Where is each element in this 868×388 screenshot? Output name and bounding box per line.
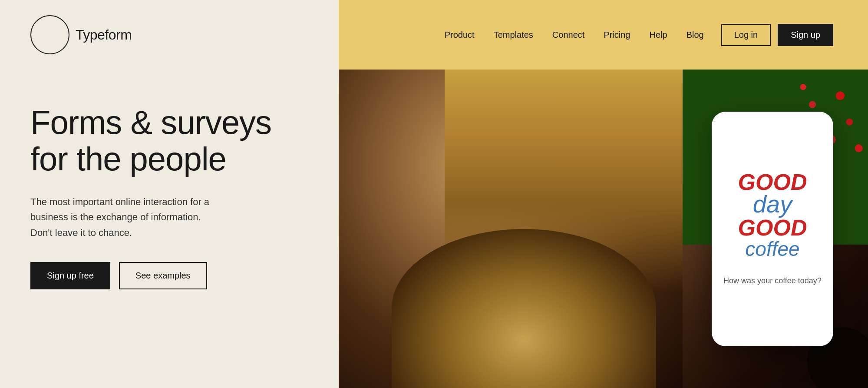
header-right: Product Templates Connect Pricing Help B… bbox=[339, 0, 868, 70]
phone-mockup: GOOD day GOOD coffee How was your coffee… bbox=[712, 112, 833, 346]
coffee-area bbox=[392, 229, 657, 388]
phone-good2: GOOD bbox=[738, 216, 807, 239]
login-button[interactable]: Log in bbox=[721, 24, 771, 46]
logo-circle bbox=[30, 15, 69, 54]
signup-free-button[interactable]: Sign up free bbox=[30, 262, 110, 289]
hero-title-line1: Forms & surveys bbox=[30, 104, 271, 141]
phone-good1: GOOD bbox=[738, 172, 807, 192]
see-examples-button[interactable]: See examples bbox=[119, 262, 207, 289]
main: Forms & surveys for the people The most … bbox=[0, 70, 868, 388]
nav: Product Templates Connect Pricing Help B… bbox=[445, 30, 704, 40]
hero-subtitle: The most important online interaction fo… bbox=[30, 194, 213, 240]
hero-image-panel: GOOD day GOOD coffee How was your coffee… bbox=[339, 70, 868, 388]
header-left: Typeform bbox=[0, 0, 339, 70]
nav-help[interactable]: Help bbox=[649, 30, 667, 40]
nav-templates[interactable]: Templates bbox=[494, 30, 533, 40]
signup-button[interactable]: Sign up bbox=[778, 24, 833, 46]
phone-day: day bbox=[738, 192, 807, 216]
hero-title-line2: for the people bbox=[30, 140, 226, 177]
nav-pricing[interactable]: Pricing bbox=[604, 30, 630, 40]
logo-text: Typeform bbox=[76, 27, 132, 43]
hero-title: Forms & surveys for the people bbox=[30, 104, 308, 177]
nav-product[interactable]: Product bbox=[445, 30, 475, 40]
phone-coffee: coffee bbox=[738, 239, 807, 259]
phone-question: How was your coffee today? bbox=[723, 276, 822, 285]
auth-buttons: Log in Sign up bbox=[721, 24, 833, 46]
cta-buttons: Sign up free See examples bbox=[30, 262, 308, 289]
hero-section: Forms & surveys for the people The most … bbox=[0, 70, 339, 388]
phone-logo: GOOD day GOOD coffee bbox=[738, 172, 807, 259]
nav-connect[interactable]: Connect bbox=[552, 30, 585, 40]
nav-blog[interactable]: Blog bbox=[686, 30, 704, 40]
header: Typeform Product Templates Connect Prici… bbox=[0, 0, 868, 70]
logo[interactable]: Typeform bbox=[30, 15, 132, 54]
